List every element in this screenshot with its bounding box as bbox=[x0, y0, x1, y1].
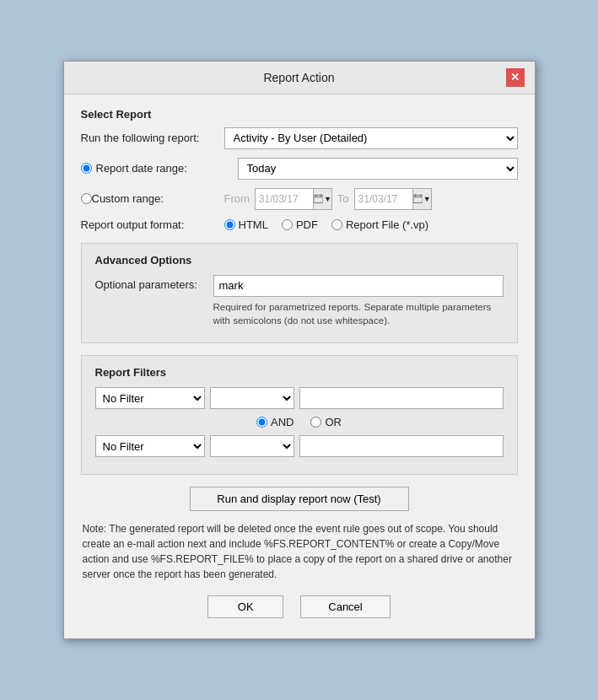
svg-rect-2 bbox=[315, 195, 316, 197]
output-format-radios: HTML PDF Report File (*.vp) bbox=[224, 218, 429, 231]
report-file-label: Report File (*.vp) bbox=[346, 218, 428, 231]
from-label: From bbox=[224, 192, 250, 205]
or-label: OR bbox=[325, 416, 342, 428]
html-label: HTML bbox=[239, 218, 268, 231]
today-select[interactable]: Today Yesterday This Week Last Week This… bbox=[238, 158, 518, 180]
report-filters-label: Report Filters bbox=[95, 366, 504, 379]
report-date-range-radio[interactable] bbox=[81, 163, 92, 174]
cancel-button[interactable]: Cancel bbox=[300, 595, 390, 618]
ok-cancel-row: OK Cancel bbox=[81, 595, 518, 625]
optional-params-label: Optional parameters: bbox=[95, 275, 213, 291]
advanced-options-section: Advanced Options Optional parameters: Re… bbox=[81, 243, 518, 343]
from-date-input[interactable] bbox=[255, 188, 314, 210]
or-radio[interactable] bbox=[310, 417, 321, 428]
report-file-radio[interactable] bbox=[331, 219, 342, 230]
svg-rect-6 bbox=[414, 195, 415, 197]
run-button-row: Run and display report now (Test) bbox=[81, 487, 518, 511]
optional-params-input[interactable] bbox=[213, 275, 504, 297]
run-report-button[interactable]: Run and display report now (Test) bbox=[190, 487, 409, 511]
output-format-label: Report output format: bbox=[81, 218, 224, 231]
advanced-options-label: Advanced Options bbox=[95, 254, 504, 267]
run-report-row: Run the following report: Activity - By … bbox=[81, 127, 518, 149]
pdf-radio[interactable] bbox=[282, 219, 293, 230]
report-file-radio-label[interactable]: Report File (*.vp) bbox=[331, 218, 428, 231]
custom-range-row: Custom range: From ▼ bbox=[81, 188, 518, 210]
calendar-icon bbox=[413, 194, 423, 203]
svg-rect-4 bbox=[413, 196, 423, 203]
report-date-range-row: Report date range: Today Yesterday This … bbox=[81, 158, 518, 180]
output-format-row: Report output format: HTML PDF Report Fi… bbox=[81, 218, 518, 231]
filter2-value-input[interactable] bbox=[299, 435, 504, 457]
range-fields: From ▼ To bbox=[224, 188, 518, 210]
filter1-op-select[interactable]: equals contains starts with bbox=[210, 387, 294, 409]
or-radio-label[interactable]: OR bbox=[310, 416, 342, 428]
svg-rect-5 bbox=[414, 197, 422, 198]
dialog-content: Select Report Run the following report: … bbox=[64, 94, 535, 638]
params-area: Required for parametrized reports. Separ… bbox=[213, 275, 504, 327]
svg-rect-0 bbox=[314, 196, 323, 203]
ok-button[interactable]: OK bbox=[207, 595, 283, 618]
html-radio[interactable] bbox=[224, 219, 235, 230]
filter2-op-select[interactable]: equals contains starts with bbox=[210, 435, 294, 457]
to-date-input[interactable] bbox=[354, 188, 413, 210]
to-calendar-button[interactable]: ▼ bbox=[413, 188, 432, 210]
optional-params-row: Optional parameters: Required for parame… bbox=[95, 275, 504, 327]
dialog-title: Report Action bbox=[93, 71, 506, 84]
report-date-range-radio-label: Report date range: bbox=[96, 162, 238, 175]
from-date-group: ▼ bbox=[255, 188, 332, 210]
from-calendar-button[interactable]: ▼ bbox=[314, 188, 332, 210]
logic-row: AND OR bbox=[95, 416, 504, 428]
filter1-value-input[interactable] bbox=[299, 387, 504, 409]
pdf-radio-label[interactable]: PDF bbox=[282, 218, 318, 231]
and-radio[interactable] bbox=[256, 417, 267, 428]
custom-range-radio-part: Custom range: bbox=[81, 192, 224, 205]
report-action-dialog: Report Action ✕ Select Report Run the fo… bbox=[63, 61, 536, 639]
run-report-label: Run the following report: bbox=[81, 132, 224, 144]
filter-row-1: No Filter User Date Action equals contai… bbox=[95, 387, 504, 409]
title-bar: Report Action ✕ bbox=[64, 62, 535, 94]
custom-range-radio[interactable] bbox=[81, 193, 92, 204]
calendar-icon bbox=[314, 194, 323, 203]
close-button[interactable]: ✕ bbox=[506, 68, 525, 87]
filter2-main-select[interactable]: No Filter User Date Action bbox=[95, 435, 205, 457]
and-radio-label[interactable]: AND bbox=[256, 416, 294, 428]
note-text: Note: The generated report will be delet… bbox=[81, 521, 518, 582]
and-label: AND bbox=[271, 416, 294, 428]
report-select[interactable]: Activity - By User (Detailed) Activity -… bbox=[224, 127, 518, 149]
report-filters-section: Report Filters No Filter User Date Actio… bbox=[81, 355, 518, 475]
svg-rect-3 bbox=[321, 195, 321, 197]
svg-rect-1 bbox=[315, 197, 322, 198]
to-label: To bbox=[337, 192, 349, 205]
filter-row-2: No Filter User Date Action equals contai… bbox=[95, 435, 504, 457]
cal-dropdown-icon: ▼ bbox=[324, 195, 331, 203]
select-report-label: Select Report bbox=[81, 108, 518, 121]
to-date-group: ▼ bbox=[354, 188, 432, 210]
cal-dropdown-icon2: ▼ bbox=[423, 195, 431, 203]
filter1-main-select[interactable]: No Filter User Date Action bbox=[95, 387, 205, 409]
custom-range-label: Custom range: bbox=[92, 192, 164, 205]
params-hint: Required for parametrized reports. Separ… bbox=[213, 300, 504, 327]
svg-rect-7 bbox=[420, 195, 421, 197]
html-radio-label[interactable]: HTML bbox=[224, 218, 268, 231]
pdf-label: PDF bbox=[296, 218, 318, 231]
